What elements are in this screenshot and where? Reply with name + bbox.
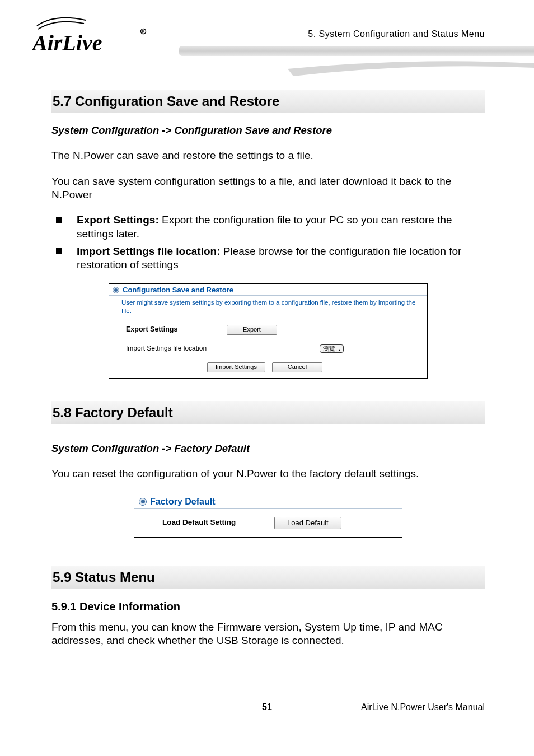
load-default-button[interactable]: Load Default	[274, 517, 341, 529]
header-sweep	[288, 60, 534, 77]
header-chapter-text: 5. System Configuration and Status Menu	[308, 29, 485, 39]
load-default-label: Load Default Setting	[162, 518, 274, 528]
header-band	[179, 46, 534, 56]
radio-icon	[139, 498, 147, 506]
ss2-title: Factory Default	[150, 496, 215, 507]
sec59-p1: From this menu, you can know the Firmwar…	[51, 620, 485, 647]
bullet-export-settings: Export Settings: Export the configuratio…	[51, 213, 485, 241]
page-header: AirLive R 5. System Configuration and St…	[0, 0, 534, 73]
page-footer: 51 AirLive N.Power User's Manual	[0, 702, 534, 712]
svg-text:AirLive: AirLive	[32, 30, 102, 55]
cancel-button[interactable]: Cancel	[272, 362, 322, 372]
breadcrumb-5-8: System Configuration -> Factory Default	[51, 442, 485, 455]
manual-title: AirLive N.Power User's Manual	[361, 702, 485, 712]
ss1-description: User might save system settings by expor…	[109, 296, 427, 320]
sec57-p2: You can save system configuration settin…	[51, 175, 485, 202]
import-file-input[interactable]	[227, 344, 316, 353]
screenshot-factory-default: Factory Default Load Default Setting Loa…	[134, 493, 402, 538]
page-number: 51	[262, 702, 272, 712]
section-5-9-1-title: 5.9.1 Device Information	[51, 600, 485, 614]
sec57-bullets: Export Settings: Export the configuratio…	[51, 213, 485, 272]
svg-text:R: R	[142, 30, 145, 34]
sec58-p1: You can reset the configuration of your …	[51, 467, 485, 480]
bullet-export-label: Export Settings:	[77, 214, 159, 226]
section-5-7-title: 5.7 Configuration Save and Restore	[51, 90, 485, 113]
import-location-label: Import Settings file location	[126, 344, 227, 353]
screenshot-config-save-restore: Configuration Save and Restore User migh…	[109, 283, 428, 379]
bullet-import-settings: Import Settings file location: Please br…	[51, 245, 485, 272]
ss1-export-row: Export Settings Export	[109, 320, 427, 339]
bullet-import-label: Import Settings file location:	[77, 245, 221, 257]
section-5-9-title: 5.9 Status Menu	[51, 566, 485, 589]
ss1-title: Configuration Save and Restore	[123, 286, 233, 295]
browse-button[interactable]: 瀏覽...	[320, 344, 344, 353]
export-button[interactable]: Export	[227, 325, 277, 335]
sec57-p1: The N.Power can save and restore the set…	[51, 149, 485, 162]
ss1-import-row: Import Settings file location 瀏覽...	[109, 339, 427, 358]
ss2-row: Load Default Setting Load Default	[134, 509, 402, 537]
airlive-logo: AirLive R	[32, 16, 150, 62]
section-5-8-title: 5.8 Factory Default	[51, 401, 485, 424]
radio-icon	[113, 287, 119, 293]
page-content: 5.7 Configuration Save and Restore Syste…	[0, 73, 534, 647]
export-settings-label: Export Settings	[126, 325, 227, 334]
breadcrumb-5-7: System Configuration -> Configuration Sa…	[51, 124, 485, 137]
ss2-header: Factory Default	[134, 493, 402, 509]
ss1-header: Configuration Save and Restore	[109, 284, 427, 296]
import-settings-button[interactable]: Import Settings	[207, 362, 265, 372]
ss1-action-row: Import Settings Cancel	[109, 358, 427, 378]
